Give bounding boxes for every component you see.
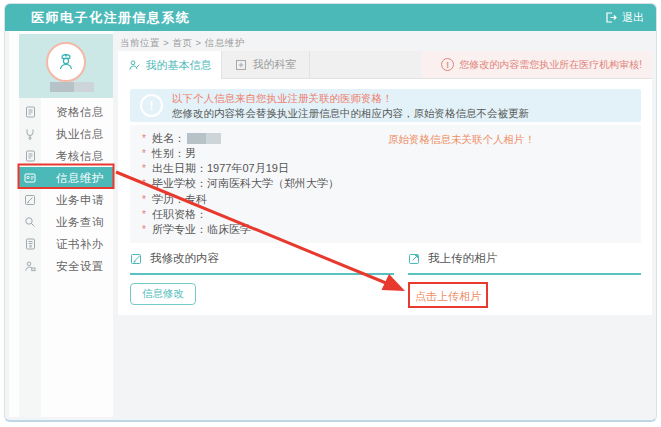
required-marker: *	[142, 133, 148, 144]
required-marker: *	[142, 163, 148, 174]
field-education: * 学历： 专科	[142, 192, 641, 207]
upload-photo-annotation-box: 点击上传相片	[408, 282, 488, 308]
sidebar-item-label: 安全设置	[56, 259, 104, 274]
field-job-qualification: * 任职资格：	[142, 207, 641, 222]
field-value: 河南医科大学（郑州大学）	[207, 176, 339, 191]
required-marker: *	[142, 148, 148, 159]
tab-my-department[interactable]: 我的科室	[222, 51, 310, 78]
sidebar-item-label: 业务申请	[56, 193, 104, 208]
tab-content: ! 以下个人信息来自您执业注册关联的医师资格！ 您修改的内容将会替换执业注册信息…	[118, 79, 652, 315]
basic-info-fields: * 姓名： * 性别： 男 * 出生日期： 1977年07月19日	[130, 125, 641, 243]
field-label: 出生日期：	[152, 161, 207, 176]
field-label: 性别：	[152, 146, 185, 161]
breadcrumb: 当前位置 > 首页 > 信息维护	[120, 37, 245, 50]
certificate-icon	[19, 238, 41, 250]
sidebar-item-label: 业务查询	[56, 215, 104, 230]
sidebar-item-assessment-info[interactable]: 考核信息	[19, 145, 113, 167]
avatar	[46, 42, 86, 82]
modify-info-button[interactable]: 信息修改	[130, 283, 196, 305]
logout-label: 退出	[622, 10, 644, 25]
bottom-sections: 我修改的内容 信息修改 我上传的相片 点击上传相片	[130, 251, 641, 308]
upload-photo-link[interactable]: 点击上传相片	[415, 290, 481, 302]
field-label: 所学专业：	[152, 222, 207, 237]
stethoscope-icon	[19, 128, 41, 140]
sidebar-item-business-query[interactable]: 业务查询	[19, 211, 113, 233]
uploaded-photo-header: 我上传的相片	[408, 251, 641, 275]
field-label: 毕业学校：	[152, 176, 207, 191]
info-circle-icon: !	[140, 94, 163, 117]
alert-circle-icon: !	[441, 58, 454, 71]
field-value: 专科	[185, 192, 207, 207]
required-marker: *	[142, 209, 148, 220]
section-title: 我修改的内容	[150, 251, 219, 266]
exit-icon	[604, 11, 617, 24]
field-graduate-school: * 毕业学校： 河南医科大学（郑州大学）	[142, 176, 641, 191]
document-icon	[19, 106, 41, 118]
image-icon	[408, 252, 421, 265]
tab-my-basic-info[interactable]: 我的基本信息	[118, 51, 222, 79]
uploaded-photo-section: 我上传的相片 点击上传相片	[408, 251, 641, 308]
redacted-name-value	[187, 133, 221, 144]
sidebar-item-label: 考核信息	[56, 149, 104, 164]
info-notice: ! 以下个人信息来自您执业注册关联的医师资格！ 您修改的内容将会替换执业注册信息…	[130, 89, 641, 122]
field-label: 任职资格：	[152, 207, 207, 222]
sidebar-menu: 资格信息 执业信息 考核信息 信息维护 业务申请	[19, 101, 113, 277]
field-birthdate: * 出生日期： 1977年07月19日	[142, 161, 641, 176]
sidebar-item-label: 证书补办	[56, 237, 104, 252]
avatar-block	[19, 34, 113, 98]
sidebar-item-label: 信息维护	[56, 171, 104, 186]
tab-label: 我的科室	[253, 57, 297, 72]
field-value: 临床医学	[207, 222, 251, 237]
app-header: 医师电子化注册信息系统 退出	[5, 4, 656, 31]
photo-warning: 原始资格信息未关联个人相片！	[388, 133, 535, 147]
required-marker: *	[142, 178, 148, 189]
sidebar: 资格信息 执业信息 考核信息 信息维护 业务申请	[9, 31, 113, 417]
sidebar-item-label: 执业信息	[56, 127, 104, 142]
section-title: 我上传的相片	[428, 251, 497, 266]
field-gender: * 性别： 男	[142, 146, 641, 161]
field-value: 1977年07月19日	[207, 161, 289, 176]
plus-square-icon	[235, 59, 247, 71]
modified-content-header: 我修改的内容	[130, 251, 394, 275]
field-label: 姓名：	[152, 131, 185, 146]
id-photo-icon	[19, 172, 41, 184]
search-icon	[19, 216, 41, 228]
app-window: 医师电子化注册信息系统 退出	[0, 0, 661, 427]
sidebar-item-qualification-info[interactable]: 资格信息	[19, 101, 113, 123]
user-edit-icon	[128, 59, 140, 71]
required-marker: *	[142, 224, 148, 235]
audit-notice: ! 您修改的内容需您执业所在医疗机构审核!	[422, 51, 652, 78]
main-card: 我的基本信息 我的科室 ! 您修改的内容需您执业所在医疗机构审核! !	[118, 51, 652, 315]
sidebar-item-label: 资格信息	[56, 105, 104, 120]
doctor-icon	[55, 51, 77, 73]
user-lock-icon	[19, 260, 41, 272]
field-label: 学历：	[152, 192, 185, 207]
info-notice-line1: 以下个人信息来自您执业注册关联的医师资格！	[172, 91, 529, 106]
field-value: 男	[185, 146, 196, 161]
info-notice-line2: 您修改的内容将会替换执业注册信息中的相应内容，原始资格信息不会被更新	[172, 106, 529, 121]
form-edit-icon	[19, 194, 41, 206]
browser-frame: 医师电子化注册信息系统 退出	[4, 3, 657, 422]
tab-label: 我的基本信息	[146, 58, 212, 73]
audit-notice-text: 您修改的内容需您执业所在医疗机构审核!	[459, 58, 642, 72]
modified-content-section: 我修改的内容 信息修改	[130, 251, 394, 308]
required-marker: *	[142, 194, 148, 205]
logout-button[interactable]: 退出	[604, 4, 644, 31]
sidebar-item-business-apply[interactable]: 业务申请	[19, 189, 113, 211]
sidebar-item-practice-info[interactable]: 执业信息	[19, 123, 113, 145]
document-icon	[19, 150, 41, 162]
field-major: * 所学专业： 临床医学	[142, 222, 641, 237]
tab-bar: 我的基本信息 我的科室 ! 您修改的内容需您执业所在医疗机构审核!	[118, 51, 652, 79]
edit-square-icon	[130, 252, 143, 265]
app-title: 医师电子化注册信息系统	[31, 4, 191, 31]
redacted-user-name	[50, 82, 94, 92]
sidebar-item-security-settings[interactable]: 安全设置	[19, 255, 113, 277]
sidebar-item-certificate-reissue[interactable]: 证书补办	[19, 233, 113, 255]
sidebar-item-info-maintenance[interactable]: 信息维护	[19, 167, 113, 189]
